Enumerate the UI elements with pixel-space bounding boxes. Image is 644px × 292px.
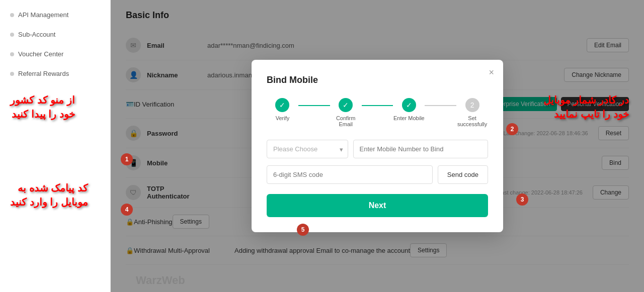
next-button[interactable]: Next bbox=[267, 194, 488, 217]
step-confirm-email: ✓ Confirm Email bbox=[330, 98, 362, 127]
step-set-successfully: 2 Set successfully bbox=[456, 98, 488, 127]
step-verify-circle: ✓ bbox=[275, 98, 289, 112]
sidebar-dot bbox=[10, 33, 14, 37]
badge-2: 2 bbox=[506, 123, 518, 135]
sms-code-input[interactable] bbox=[267, 165, 433, 184]
sidebar-dot bbox=[10, 52, 14, 56]
badge-4: 4 bbox=[121, 204, 133, 216]
mobile-number-input[interactable] bbox=[353, 140, 488, 158]
badge-3: 3 bbox=[516, 193, 528, 206]
sidebar-label-voucher: Voucher Center bbox=[18, 50, 63, 58]
sidebar-label-subaccount: Sub-Account bbox=[18, 31, 55, 38]
sidebar-item-api[interactable]: API Management bbox=[0, 5, 110, 25]
sidebar-label-referral: Referral Rewards bbox=[18, 70, 69, 77]
step-verify-label: Verify bbox=[276, 115, 290, 121]
country-code-select[interactable]: Please Choose bbox=[267, 140, 348, 158]
persian-annotation-1: در کادر شمار موبایلخود را تایپ نمایید bbox=[543, 93, 629, 121]
step-connector-3 bbox=[425, 105, 456, 106]
step-connector-2 bbox=[362, 105, 393, 106]
bind-mobile-modal: × Bind Mobile ✓ Verify ✓ Confirm Email bbox=[252, 60, 503, 232]
step-enter-mobile-circle: ✓ bbox=[402, 98, 416, 112]
sidebar-dot bbox=[10, 72, 14, 76]
badge-1: 1 bbox=[121, 153, 133, 165]
steps-container: ✓ Verify ✓ Confirm Email ✓ Enter Mobile bbox=[267, 98, 488, 127]
step-verify: ✓ Verify bbox=[267, 98, 298, 121]
step-confirm-email-label: Confirm Email bbox=[330, 115, 362, 127]
sidebar-dot bbox=[10, 13, 14, 17]
step-enter-mobile: ✓ Enter Mobile bbox=[393, 98, 425, 121]
phone-form-row: Please Choose ▾ bbox=[267, 140, 488, 158]
modal-close-button[interactable]: × bbox=[489, 67, 494, 78]
step-connector-1 bbox=[298, 105, 330, 106]
step-confirm-email-circle: ✓ bbox=[339, 98, 353, 112]
country-code-wrapper[interactable]: Please Choose ▾ bbox=[267, 140, 348, 158]
step-enter-mobile-label: Enter Mobile bbox=[393, 115, 425, 121]
step-set-successfully-label: Set successfully bbox=[456, 115, 488, 127]
modal-overlay[interactable]: × Bind Mobile ✓ Verify ✓ Confirm Email bbox=[111, 0, 644, 292]
sidebar-label-api: API Management bbox=[18, 11, 68, 19]
sidebar-item-subaccount[interactable]: Sub-Account bbox=[0, 25, 110, 44]
send-code-button[interactable]: Send code bbox=[438, 165, 488, 184]
main-content: Basic Info ✉ Email adar*****nman@findici… bbox=[111, 0, 644, 292]
sidebar: API Management Sub-Account Voucher Cente… bbox=[0, 0, 111, 292]
sidebar-item-voucher[interactable]: Voucher Center bbox=[0, 44, 110, 64]
modal-title: Bind Mobile bbox=[267, 75, 488, 85]
sms-code-row: Send code bbox=[267, 165, 488, 184]
step-set-successfully-circle: 2 bbox=[465, 98, 479, 112]
sidebar-item-referral[interactable]: Referral Rewards bbox=[0, 64, 110, 83]
